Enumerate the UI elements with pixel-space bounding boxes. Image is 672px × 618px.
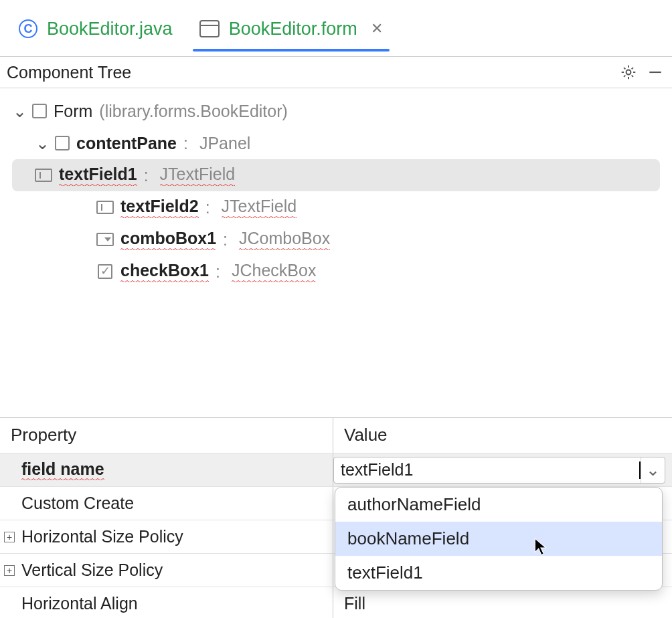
tab-label: BookEditor.form (229, 19, 357, 39)
node-name: contentPane (76, 134, 177, 153)
tree-node-textfield1[interactable]: textField1 : JTextField (12, 159, 660, 191)
node-type: JTextField (222, 197, 297, 218)
property-name: Vertical Size Policy (21, 560, 163, 580)
property-row-horizontal-align[interactable]: Horizontal Align Fill (0, 587, 672, 618)
svg-point-0 (626, 70, 631, 75)
property-table-header: Property Value (0, 418, 672, 453)
field-name-value: textField1 (341, 460, 638, 480)
chevron-down-icon[interactable]: ⌄ (13, 102, 25, 121)
container-icon (32, 104, 47, 118)
minimize-icon[interactable] (647, 64, 664, 81)
dropdown-option[interactable]: textField1 (335, 556, 662, 590)
chevron-down-icon[interactable]: ⌄ (36, 134, 48, 153)
property-name: Horizontal Size Policy (21, 527, 183, 546)
form-icon (199, 20, 220, 37)
tree-node-contentpane[interactable]: ⌄ contentPane : JPanel (32, 127, 663, 159)
property-name: field name (21, 459, 104, 480)
node-type: JTextField (160, 165, 236, 186)
node-name: textField2 (120, 197, 199, 218)
node-type: JCheckBox (232, 261, 316, 282)
node-name: checkBox1 (120, 261, 209, 282)
tab-bookeditor-java[interactable]: C BookEditor.java (19, 19, 173, 51)
property-name: Custom Create (21, 494, 134, 513)
dropdown-option[interactable]: bookNameField (335, 522, 662, 556)
property-row-field-name[interactable]: field name textField1 ⌄ (0, 453, 672, 486)
combobox-icon (96, 232, 114, 247)
dropdown-option[interactable]: authorNameField (335, 488, 662, 522)
tree-node-textfield2[interactable]: textField2 : JTextField (74, 191, 663, 223)
property-value: Fill (333, 594, 672, 613)
tree-node-combobox1[interactable]: comboBox1 : JComboBox (74, 223, 663, 255)
textfield-icon (96, 200, 114, 215)
node-type: JComboBox (239, 229, 330, 250)
close-icon[interactable]: ✕ (371, 20, 383, 37)
node-name: comboBox1 (120, 229, 216, 250)
tree-node-checkbox1[interactable]: checkBox1 : JCheckBox (74, 255, 663, 288)
field-name-input[interactable]: textField1 ⌄ (333, 457, 665, 484)
gear-icon[interactable] (620, 64, 637, 81)
node-name: textField1 (59, 165, 137, 186)
chevron-down-icon[interactable]: ⌄ (641, 457, 665, 483)
node-name: Form (54, 102, 92, 121)
field-name-dropdown: authorNameField bookNameField textField1 (335, 487, 663, 591)
panel-title: Component Tree (7, 63, 131, 82)
node-type: (library.forms.BookEditor) (99, 102, 288, 121)
header-property: Property (0, 418, 333, 453)
checkbox-icon (96, 264, 114, 279)
class-icon: C (19, 19, 37, 38)
property-name: Horizontal Align (21, 594, 138, 613)
component-tree-header: Component Tree (0, 56, 672, 88)
container-icon (55, 136, 70, 150)
editor-tabs: C BookEditor.java BookEditor.form ✕ (0, 0, 672, 56)
tree-node-form[interactable]: ⌄ Form (library.forms.BookEditor) (9, 95, 663, 127)
expand-icon[interactable]: + (4, 532, 15, 542)
tab-label: BookEditor.java (47, 19, 173, 39)
component-tree: ⌄ Form (library.forms.BookEditor) ⌄ cont… (0, 88, 672, 294)
node-type: JPanel (199, 134, 250, 153)
header-value: Value (333, 418, 672, 453)
tab-bookeditor-form[interactable]: BookEditor.form ✕ (199, 19, 383, 51)
textfield-icon (35, 168, 52, 183)
expand-icon[interactable]: + (4, 565, 15, 576)
